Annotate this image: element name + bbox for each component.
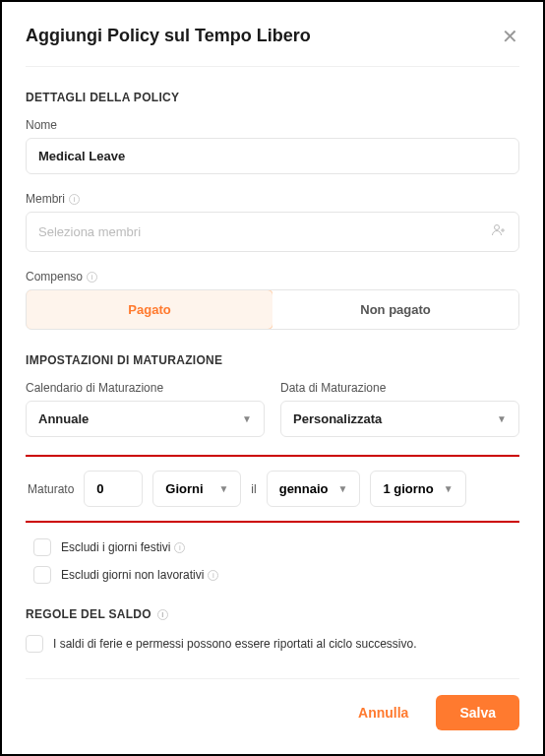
name-input[interactable]: [26, 138, 519, 174]
compensation-label: Compenso i: [26, 270, 519, 284]
info-icon: i: [208, 570, 218, 581]
chevron-down-icon: ▼: [444, 483, 454, 494]
balance-section-title: REGOLE DEL SALDO i: [26, 607, 519, 621]
members-input[interactable]: Seleziona membri: [26, 212, 519, 252]
modal-title: Aggiungi Policy sul Tempo Libero: [26, 26, 311, 46]
modal-content: DETTAGLI DELLA POLICY Nome Membri i Sele…: [26, 91, 519, 678]
accrual-section-title: IMPOSTAZIONI DI MATURAZIONE: [26, 353, 519, 367]
schedule-label: Calendario di Maturazione: [26, 381, 265, 395]
info-icon: i: [87, 272, 97, 283]
exclude-holidays-label: Escludi i giorni festivi i: [61, 540, 185, 554]
chevron-down-icon: ▼: [242, 413, 252, 424]
chevron-down-icon: ▼: [497, 413, 507, 424]
info-icon: i: [157, 609, 168, 620]
paid-toggle[interactable]: Pagato: [26, 289, 273, 330]
month-select[interactable]: gennaio ▼: [267, 471, 361, 507]
schedule-select[interactable]: Annuale ▼: [26, 401, 265, 437]
modal-header: Aggiungi Policy sul Tempo Libero ✕: [26, 26, 519, 67]
svg-point-0: [495, 225, 500, 230]
exclude-nonworking-checkbox[interactable]: [33, 566, 51, 584]
details-section-title: DETTAGLI DELLA POLICY: [26, 91, 519, 104]
modal-footer: Annulla Salva: [26, 678, 519, 730]
chevron-down-icon: ▼: [218, 483, 228, 494]
add-user-icon: [491, 222, 507, 241]
date-select[interactable]: Personalizzata ▼: [280, 401, 519, 437]
accrued-label: Maturato: [28, 482, 74, 496]
date-label: Data di Maturazione: [280, 381, 519, 395]
amount-input[interactable]: [84, 471, 143, 507]
chevron-down-icon: ▼: [338, 483, 348, 494]
compensation-toggle: Pagato Non pagato: [26, 289, 519, 330]
unit-select[interactable]: Giorni ▼: [152, 471, 241, 507]
cancel-button[interactable]: Annulla: [342, 695, 424, 730]
save-button[interactable]: Salva: [436, 695, 519, 730]
info-icon: i: [174, 542, 185, 553]
close-icon: ✕: [502, 26, 518, 47]
name-label: Nome: [26, 118, 519, 132]
day-select[interactable]: 1 giorno ▼: [370, 471, 465, 507]
on-label: il: [251, 482, 256, 496]
rollover-label: I saldi di ferie e permessi possono esse…: [53, 637, 417, 651]
accrual-highlight-row: Maturato Giorni ▼ il gennaio ▼ 1 giorno …: [26, 455, 519, 523]
rollover-checkbox[interactable]: [26, 635, 43, 653]
info-icon: i: [69, 194, 80, 205]
close-button[interactable]: ✕: [500, 27, 519, 46]
unpaid-toggle[interactable]: Non pagato: [272, 290, 518, 329]
exclude-holidays-checkbox[interactable]: [33, 538, 51, 556]
exclude-nonworking-label: Escludi giorni non lavorativi i: [61, 568, 218, 582]
members-label: Membri i: [26, 192, 519, 206]
